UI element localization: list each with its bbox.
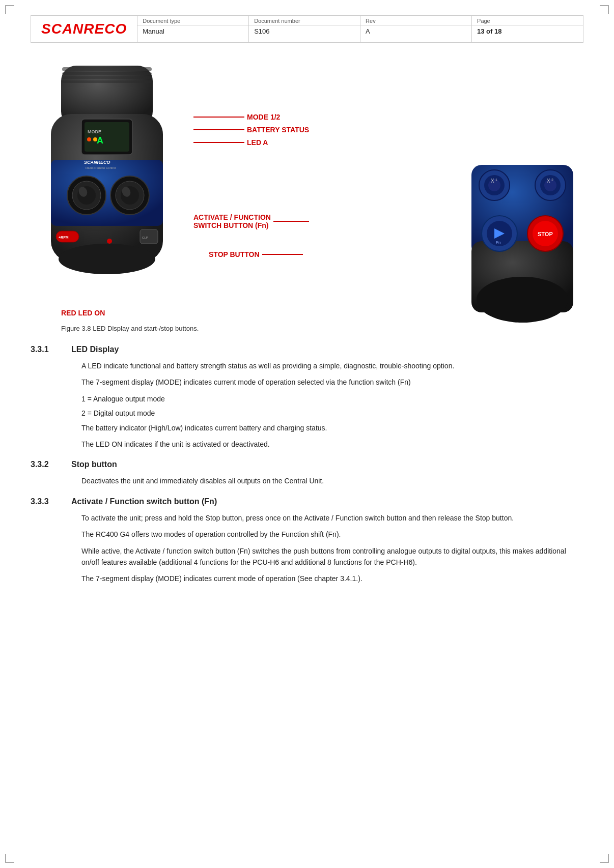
svg-point-33	[488, 179, 500, 191]
svg-point-38	[544, 179, 556, 191]
doc-number-value: S106	[249, 25, 360, 37]
mode12-line	[193, 117, 244, 118]
section-333-p1: The RC400 G4 offers two modes of operati…	[81, 529, 583, 540]
svg-text:1: 1	[495, 178, 497, 182]
section-331-p0: A LED indicate functional and battery st…	[81, 360, 583, 371]
svg-rect-2	[62, 72, 152, 75]
left-device-panel: MODE A SCANRECO Radio Remote Control	[31, 58, 193, 288]
section-332-content: Deactivates the unit and immediately dis…	[81, 475, 583, 486]
page-field: Page 13 of 18	[472, 16, 583, 42]
document-header: SCANRECO Document type Manual Document n…	[31, 15, 583, 43]
section-331-heading: 3.3.1 LED Display	[31, 345, 583, 354]
mode12-label: MODE 1/2	[247, 113, 280, 121]
section-331: 3.3.1 LED Display A LED indicate functio…	[31, 345, 583, 450]
svg-rect-4	[62, 80, 152, 83]
page-label: Page	[472, 16, 583, 25]
svg-text:MODE: MODE	[88, 129, 101, 134]
svg-rect-1	[62, 67, 152, 71]
section-331-p2: The battery indicator (High/Low) indicat…	[81, 422, 583, 433]
svg-rect-3	[62, 76, 152, 79]
section-332-num: 3.3.2	[31, 460, 61, 469]
battery-status-annotation: BATTERY STATUS	[193, 126, 309, 134]
svg-rect-8	[85, 122, 129, 152]
activate-annotation: ACTIVATE / FUNCTION SWITCH BUTTON (Fn)	[193, 213, 309, 229]
logo-cell: SCANRECO	[31, 16, 137, 42]
section-331-content: A LED indicate functional and battery st…	[81, 360, 583, 450]
section-333: 3.3.3 Activate / Function switch button …	[31, 497, 583, 585]
led-a-annotation: LED A	[193, 138, 268, 147]
svg-text:X: X	[491, 178, 494, 184]
section-333-num: 3.3.3	[31, 497, 61, 506]
section-331-item1: 2 = Digital output mode	[81, 408, 583, 419]
section-333-p3: The 7-segment display (MODE) indicates c…	[81, 573, 583, 584]
section-333-content: To activate the unit; press and hold the…	[81, 512, 583, 585]
svg-text:A: A	[97, 135, 103, 146]
section-331-p1: The 7-segment display (MODE) indicates c…	[81, 377, 583, 388]
doc-type-label: Document type	[137, 16, 248, 25]
stop-btn-label: STOP BUTTON	[209, 250, 260, 258]
section-332-p0: Deactivates the unit and immediately dis…	[81, 475, 583, 486]
doc-number-field: Document number S106	[249, 16, 360, 42]
doc-type-field: Document type Manual	[137, 16, 249, 42]
svg-point-11	[87, 137, 91, 141]
section-332-title: Stop button	[71, 460, 117, 469]
doc-type-value: Manual	[137, 25, 248, 37]
figure-inner: MODE A SCANRECO Radio Remote Control	[31, 58, 583, 324]
page-value: 13 of 18	[472, 25, 583, 37]
activate-line	[273, 221, 309, 222]
middle-annotations-panel: MODE 1/2 BATTERY STATUS LED A ACTIVATE /…	[193, 58, 466, 282]
led-a-label: LED A	[247, 138, 268, 147]
page-container: SCANRECO Document type Manual Document n…	[0, 0, 614, 868]
svg-text:SCANRECO: SCANRECO	[84, 160, 110, 165]
stop-btn-line	[262, 254, 303, 255]
svg-text:X: X	[547, 178, 550, 184]
right-device-panel: X 1 X 2 Fn STOP	[466, 160, 583, 324]
left-device-svg: MODE A SCANRECO Radio Remote Control	[31, 58, 188, 287]
svg-point-28	[59, 244, 155, 274]
battery-label: BATTERY STATUS	[247, 126, 309, 134]
section-332: 3.3.2 Stop button Deactivates the unit a…	[31, 460, 583, 486]
svg-text:STOP: STOP	[538, 231, 553, 237]
right-device-svg: X 1 X 2 Fn STOP	[466, 160, 578, 323]
red-led-label: RED LED ON	[61, 309, 105, 317]
rev-value: A	[360, 25, 471, 37]
battery-line	[193, 129, 244, 130]
led-a-line	[193, 142, 244, 143]
section-333-p0: To activate the unit; press and hold the…	[81, 512, 583, 524]
corner-bl	[5, 854, 14, 863]
figure-wrapper: MODE A SCANRECO Radio Remote Control	[31, 58, 583, 332]
header-fields: Document type Manual Document number S10…	[137, 16, 583, 42]
mode12-annotation: MODE 1/2	[193, 113, 280, 121]
svg-point-12	[93, 137, 97, 141]
section-333-title: Activate / Function switch button (Fn)	[71, 497, 217, 506]
rev-field: Rev A	[360, 16, 472, 42]
section-331-title: LED Display	[71, 345, 119, 354]
section-333-p2: While active, the Activate / function sw…	[81, 545, 583, 568]
section-333-heading: 3.3.3 Activate / Function switch button …	[31, 497, 583, 506]
svg-text:Radio Remote Control: Radio Remote Control	[86, 166, 116, 169]
svg-text:2: 2	[551, 178, 553, 182]
svg-text:CLP: CLP	[142, 236, 148, 239]
corner-tr	[600, 5, 609, 14]
svg-text:+RPM: +RPM	[59, 236, 69, 239]
stop-btn-annotation: STOP BUTTON	[209, 250, 303, 258]
company-logo: SCANRECO	[41, 21, 127, 37]
corner-br	[600, 854, 609, 863]
red-led-label-area: RED LED ON	[61, 309, 583, 317]
figure-caption: Figure 3.8 LED Display and start-/stop b…	[61, 325, 583, 332]
section-331-item0: 1 = Analogue output mode	[81, 393, 583, 404]
section-331-p3: The LED ON indicates if the unit is acti…	[81, 439, 583, 450]
doc-number-label: Document number	[249, 16, 360, 25]
rev-label: Rev	[360, 16, 471, 25]
svg-point-25	[107, 239, 112, 244]
section-331-num: 3.3.1	[31, 345, 61, 354]
svg-text:Fn: Fn	[496, 240, 500, 245]
corner-tl	[5, 5, 14, 14]
activate-label: ACTIVATE / FUNCTION SWITCH BUTTON (Fn)	[193, 213, 271, 229]
section-332-heading: 3.3.2 Stop button	[31, 460, 583, 469]
